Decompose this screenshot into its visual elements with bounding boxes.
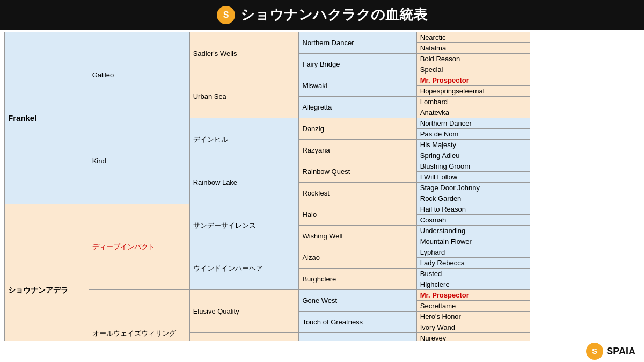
- cell-northern-dancer: Northern Dancer: [299, 32, 416, 54]
- cell-danzig: Danzig: [299, 118, 416, 140]
- cell-galileo: Galileo: [89, 32, 189, 118]
- cell-zilzal: Zilzal: [299, 333, 416, 341]
- pedigree-table-wrapper: Frankel Galileo Sadler's Wells Northern …: [0, 30, 644, 341]
- cell-frankel: Frankel: [5, 32, 89, 204]
- cell-secrettame: Secrettame: [416, 301, 530, 312]
- page-header: S ショウナンハクラクの血統表: [0, 0, 644, 30]
- cell-blushing-groom: Blushing Groom: [416, 161, 530, 172]
- cell-rainbow-quest: Rainbow Quest: [299, 161, 416, 183]
- cell-wishing-well: Wishing Well: [299, 226, 416, 247]
- cell-special: Special: [416, 64, 530, 75]
- cell-always-loyal: Always Loyal: [189, 333, 299, 341]
- table-row: ショウナンアデラ ディープインパクト サンデーサイレンス Halo Hail t…: [5, 204, 640, 215]
- svg-text:S: S: [223, 10, 229, 19]
- cell-heros-honor: Hero's Honor: [416, 312, 530, 322]
- cell-nearctic: Nearctic: [416, 32, 530, 43]
- cell-urban-sea: Urban Sea: [189, 75, 299, 118]
- cell-razyana: Razyana: [299, 140, 416, 161]
- cell-deinhill: デインヒル: [189, 118, 299, 161]
- cell-fairy-bridge: Fairy Bridge: [299, 54, 416, 75]
- cell-busted: Busted: [416, 269, 530, 279]
- cell-gone-west: Gone West: [299, 290, 416, 312]
- spaia-logo-footer: S: [586, 343, 603, 360]
- cell-halo: Halo: [299, 204, 416, 226]
- spaia-logo-header: S: [217, 6, 235, 24]
- cell-sunday-silence: サンデーサイレンス: [189, 204, 299, 247]
- cell-miswaki: Miswaki: [299, 75, 416, 97]
- cell-burghclere: Burghclere: [299, 269, 416, 290]
- cell-touch-of-greatness: Touch of Greatness: [299, 312, 416, 333]
- cell-sadlers-wells: Sadler's Wells: [189, 32, 299, 75]
- cell-hail-to-reason: Hail to Reason: [416, 204, 530, 215]
- table-row: Kind デインヒル Danzig Northern Dancer: [5, 118, 640, 129]
- cell-stage-door-johnny: Stage Door Johnny: [416, 183, 530, 193]
- pedigree-table: Frankel Galileo Sadler's Wells Northern …: [4, 32, 640, 341]
- cell-always-willis: オールウェイズウィリング: [89, 290, 189, 341]
- cell-natalma: Natalma: [416, 43, 530, 54]
- cell-lombard: Lombard: [416, 97, 530, 107]
- cell-nureyev: Nureyev: [416, 333, 530, 341]
- cell-understanding: Understanding: [416, 226, 530, 236]
- cell-lyphard: Lyphard: [416, 247, 530, 258]
- cell-wind-in-her-hair: ウインドインハーヘア: [189, 247, 299, 290]
- table-row: オールウェイズウィリング Elusive Quality Gone West M…: [5, 290, 640, 301]
- cell-shounan-adera: ショウナンアデラ: [5, 204, 89, 341]
- cell-kind: Kind: [89, 118, 189, 204]
- cell-allegretta: Allegretta: [299, 97, 416, 118]
- cell-anatevka: Anatevka: [416, 107, 530, 118]
- cell-alzao: Alzao: [299, 247, 416, 269]
- cell-hopesprings: Hopespringseteernal: [416, 86, 530, 97]
- cell-deep-impact: ディープインパクト: [89, 204, 189, 290]
- svg-text:S: S: [592, 346, 597, 356]
- cell-mr-prospector-2: Mr. Prospector: [416, 290, 530, 301]
- cell-mountain-flower: Mountain Flower: [416, 236, 530, 247]
- cell-pas-de-nom: Pas de Nom: [416, 129, 530, 140]
- cell-i-will-follow: I Will Follow: [416, 172, 530, 183]
- cell-spring-adieu: Spring Adieu: [416, 150, 530, 161]
- page-footer: S SPAIA: [0, 341, 644, 362]
- cell-elusive-quality: Elusive Quality: [189, 290, 299, 333]
- cell-his-majesty: His Majesty: [416, 140, 530, 150]
- cell-rainbow-lake: Rainbow Lake: [189, 161, 299, 204]
- cell-rockfest: Rockfest: [299, 183, 416, 204]
- cell-northern-dancer-2: Northern Dancer: [416, 118, 530, 129]
- page-title: ショウナンハクラクの血統表: [240, 5, 427, 24]
- footer-brand: SPAIA: [606, 346, 635, 357]
- cell-bold-reason: Bold Reason: [416, 54, 530, 64]
- main-container: S ショウナンハクラクの血統表 Frankel Galileo Sadler's…: [0, 0, 644, 362]
- table-row: Frankel Galileo Sadler's Wells Northern …: [5, 32, 640, 43]
- cell-rock-garden: Rock Garden: [416, 193, 530, 204]
- cell-lady-rebecca: Lady Rebecca: [416, 258, 530, 269]
- cell-highclere: Highclere: [416, 279, 530, 290]
- cell-ivory-wand: Ivory Wand: [416, 322, 530, 333]
- cell-cosmah: Cosmah: [416, 215, 530, 226]
- cell-mr-prospector-1: Mr. Prospector: [416, 75, 530, 86]
